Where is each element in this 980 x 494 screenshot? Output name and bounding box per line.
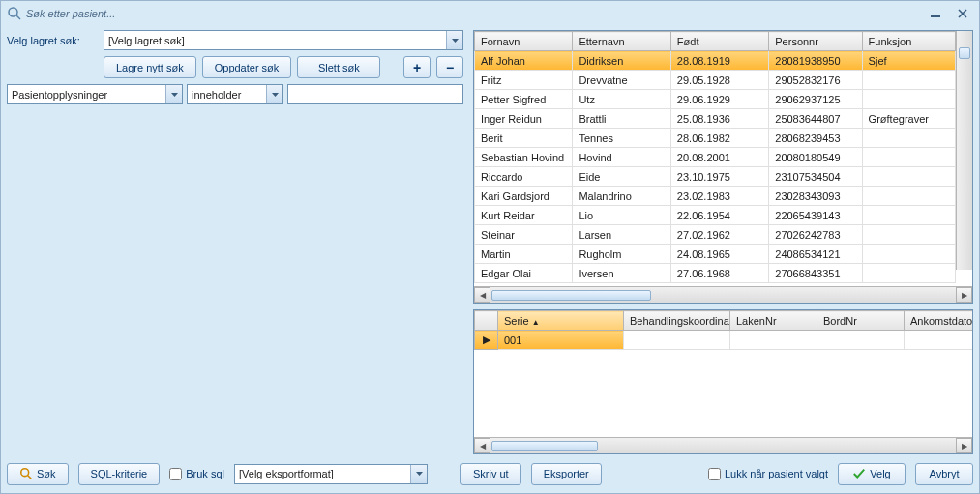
scroll-right-icon[interactable]: ▶ [956, 287, 972, 303]
patient-grid[interactable]: Fornavn Etternavn Født Personnr Funksjon… [473, 30, 973, 304]
cell-etternavn[interactable]: Rugholm [573, 245, 670, 264]
cell-etternavn[interactable]: Didriksen [573, 51, 670, 71]
table-row[interactable]: BeritTennes28.06.198228068239453 [475, 129, 956, 148]
update-search-button[interactable]: Oppdater søk [202, 56, 292, 78]
cell-personnr[interactable]: 27026242783 [769, 225, 862, 245]
table-row[interactable]: Kurt ReidarLio22.06.195422065439143 [475, 206, 956, 225]
vertical-scrollbar[interactable] [956, 31, 972, 270]
cell-personnr[interactable]: 24086534121 [769, 245, 862, 264]
cell-personnr[interactable]: 28081938950 [769, 51, 862, 71]
table-row[interactable]: RiccardoEide23.10.197523107534504 [475, 167, 956, 187]
delete-search-button[interactable]: Slett søk [297, 56, 380, 78]
cell-etternavn[interactable]: Brattli [573, 109, 670, 129]
cell-personnr[interactable]: 20080180549 [769, 148, 862, 167]
cell-ankomstdato[interactable] [905, 331, 973, 350]
table-row[interactable]: Sebastian HovindHovind20.08.200120080180… [475, 148, 956, 167]
cell-etternavn[interactable]: Drevvatne [573, 71, 670, 90]
cell-personnr[interactable]: 28068239453 [769, 129, 862, 148]
cell-fornavn[interactable]: Inger Reidun [475, 109, 573, 129]
table-row[interactable]: SteinarLarsen27.02.196227026242783 [475, 225, 956, 245]
search-button[interactable]: Søk [7, 463, 69, 485]
cell-fodt[interactable]: 23.10.1975 [670, 167, 768, 187]
cell-lakennr[interactable] [730, 331, 817, 350]
cell-personnr[interactable]: 29062937125 [769, 90, 862, 109]
scroll-left-icon[interactable]: ◀ [474, 438, 490, 453]
scroll-right-icon[interactable]: ▶ [956, 438, 972, 453]
criteria-operator-combo[interactable]: inneholder [187, 84, 283, 104]
cell-etternavn[interactable]: Larsen [573, 225, 670, 245]
cell-fornavn[interactable]: Fritz [475, 71, 573, 90]
cell-behandlingskoord[interactable] [624, 331, 730, 350]
use-sql-checkbox[interactable]: Bruk sql [169, 468, 224, 480]
add-criteria-button[interactable]: + [403, 56, 431, 78]
table-row[interactable]: Edgar OlaiIversen27.06.196827066843351 [475, 264, 956, 283]
horizontal-scrollbar[interactable]: ◀ ▶ [474, 437, 972, 453]
cell-funksjon[interactable]: Sjef [862, 51, 955, 71]
cancel-button[interactable]: Avbryt [915, 463, 973, 485]
minimize-button[interactable] [929, 5, 946, 22]
col-etternavn[interactable]: Etternavn [573, 32, 670, 51]
cell-fornavn[interactable]: Riccardo [475, 167, 573, 187]
col-funksjon[interactable]: Funksjon [862, 32, 955, 51]
cell-fodt[interactable]: 22.06.1954 [670, 206, 768, 225]
cell-fodt[interactable]: 27.02.1962 [670, 225, 768, 245]
saved-search-combo[interactable]: [Velg lagret søk] [104, 30, 463, 50]
close-on-select-checkbox[interactable]: Lukk når pasient valgt [708, 468, 828, 480]
table-row[interactable]: FritzDrevvatne29.05.192829052832176 [475, 71, 956, 90]
sql-criteria-button[interactable]: SQL-kriterie [78, 463, 161, 485]
use-sql-checkbox-input[interactable] [169, 468, 182, 480]
cell-fodt[interactable]: 20.08.2001 [670, 148, 768, 167]
cell-fornavn[interactable]: Alf Johan [475, 51, 573, 71]
cell-fornavn[interactable]: Berit [475, 129, 573, 148]
cell-funksjon[interactable] [862, 148, 955, 167]
cell-personnr[interactable]: 23107534504 [769, 167, 862, 187]
cell-etternavn[interactable]: Tennes [573, 129, 670, 148]
cell-funksjon[interactable] [862, 167, 955, 187]
cell-etternavn[interactable]: Lio [573, 206, 670, 225]
cell-funksjon[interactable] [862, 187, 955, 206]
table-row[interactable]: Inger ReidunBrattli25.08.193625083644807… [475, 109, 956, 129]
cell-etternavn[interactable]: Iversen [573, 264, 670, 283]
table-row[interactable]: Petter SigfredUtz29.06.192929062937125 [475, 90, 956, 109]
cell-fornavn[interactable]: Petter Sigfred [475, 90, 573, 109]
cell-fornavn[interactable]: Kari Gardsjord [475, 187, 573, 206]
remove-criteria-button[interactable]: − [436, 56, 463, 78]
print-button[interactable]: Skriv ut [460, 463, 521, 485]
criteria-value-input[interactable] [287, 84, 463, 104]
cell-fodt[interactable]: 23.02.1983 [670, 187, 768, 206]
col-fodt[interactable]: Født [670, 32, 768, 51]
cell-fodt[interactable]: 29.05.1928 [670, 71, 768, 90]
table-row[interactable]: Alf JohanDidriksen28.08.191928081938950S… [475, 51, 956, 71]
scroll-left-icon[interactable]: ◀ [474, 287, 490, 303]
cell-etternavn[interactable]: Hovind [573, 148, 670, 167]
cell-fodt[interactable]: 28.08.1919 [670, 51, 768, 71]
cell-funksjon[interactable] [862, 90, 955, 109]
cell-etternavn[interactable]: Malandrino [573, 187, 670, 206]
col-bordnr[interactable]: BordNr [817, 311, 905, 331]
cell-personnr[interactable]: 25083644807 [769, 109, 862, 129]
cell-personnr[interactable]: 22065439143 [769, 206, 862, 225]
col-serie[interactable]: Serie ▲ [498, 311, 624, 331]
col-fornavn[interactable]: Fornavn [475, 32, 573, 51]
col-lakennr[interactable]: LakenNr [730, 311, 817, 331]
col-personnr[interactable]: Personnr [769, 32, 862, 51]
series-grid[interactable]: Serie ▲ Behandlingskoordinator LakenNr B… [473, 309, 973, 454]
cell-funksjon[interactable]: Grøftegraver [862, 109, 955, 129]
cell-funksjon[interactable] [862, 264, 955, 283]
horizontal-scrollbar[interactable]: ◀ ▶ [474, 286, 972, 303]
cell-funksjon[interactable] [862, 225, 955, 245]
col-ankomstdato[interactable]: Ankomstdato [905, 311, 973, 331]
close-on-select-checkbox-input[interactable] [708, 468, 721, 480]
cell-personnr[interactable]: 27066843351 [769, 264, 862, 283]
table-row[interactable]: Kari GardsjordMalandrino23.02.1983230283… [475, 187, 956, 206]
cell-fornavn[interactable]: Steinar [475, 225, 573, 245]
export-format-combo[interactable]: [Velg eksportformat] [234, 464, 428, 484]
criteria-field-combo[interactable]: Pasientopplysninger [7, 84, 183, 104]
cell-personnr[interactable]: 29052832176 [769, 71, 862, 90]
col-behandlingskoord[interactable]: Behandlingskoordinator [624, 311, 730, 331]
cell-fodt[interactable]: 28.06.1982 [670, 129, 768, 148]
cell-funksjon[interactable] [862, 245, 955, 264]
cell-fornavn[interactable]: Edgar Olai [475, 264, 573, 283]
series-row[interactable]: ▶ 001 [475, 331, 973, 350]
cell-funksjon[interactable] [862, 71, 955, 90]
